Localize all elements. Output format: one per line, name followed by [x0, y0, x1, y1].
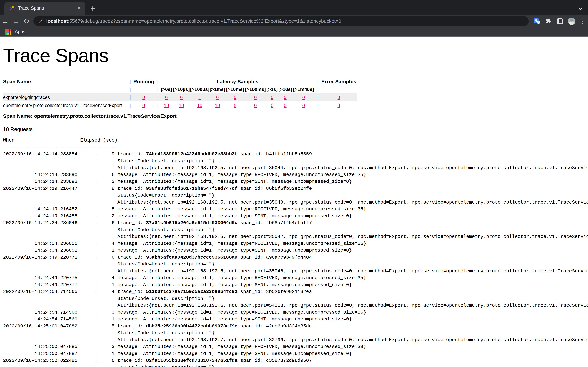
latency-count-link[interactable]: 10 [215, 103, 220, 108]
column-divider: | [127, 78, 133, 85]
bucket-header-row: ||[>0s][>10µs][>100µs][>1ms][>10ms][>100… [3, 85, 357, 93]
latency-bucket-header: [>10s] [278, 85, 292, 93]
bookmark-apps[interactable]: Apps [15, 29, 25, 34]
col-header-running: Running [133, 78, 154, 85]
latency-bucket-header: [>100µs] [190, 85, 210, 93]
count-cell: 10 [160, 101, 173, 109]
count-cell: 10 [173, 101, 190, 109]
apps-grid-square [5, 33, 7, 35]
tab-strip: Trace Spans ✕ + [0, 0, 588, 15]
browser-window: Trace Spans ✕ + ← → ↻ localhost:55679/de… [0, 0, 588, 367]
latency-count-link[interactable]: 0 [271, 103, 273, 108]
count-cell: 1 [190, 93, 210, 101]
trace-id: 513b3f1c276a7159c5a2a33b88b4fc82 [146, 289, 238, 294]
forward-icon[interactable]: → [10, 15, 21, 28]
latency-count-link[interactable]: 0 [284, 103, 286, 108]
latency-count-link[interactable]: 0 [254, 95, 257, 100]
browser-toolbar: ← → ↻ localhost:55679/debug/tracez?zspan… [0, 15, 588, 28]
table-row: exporter/logging/traces|0|001000000|0 [3, 93, 357, 101]
reload-icon[interactable]: ↻ [21, 15, 32, 28]
count-cell: 0 [245, 93, 266, 101]
latency-count-link[interactable]: 0 [216, 95, 219, 100]
span-detail-header: Span Name: opentelemetry.proto.collector… [3, 113, 588, 119]
latency-bucket-header: [>10ms] [225, 85, 245, 93]
new-tab-button[interactable]: + [90, 4, 95, 13]
tab-title: Trace Spans [18, 6, 76, 11]
latency-count-link[interactable]: 0 [234, 95, 236, 100]
latency-count-link[interactable]: 0 [302, 95, 305, 100]
requests-log: When Elapsed (sec) ---------------------… [3, 137, 588, 367]
back-icon[interactable]: ← [0, 15, 10, 28]
column-divider: | [154, 93, 160, 101]
browser-tab[interactable]: Trace Spans ✕ [4, 2, 85, 15]
count-cell: 0 [321, 93, 357, 101]
spacer-cell [3, 85, 127, 93]
apps-grid-square [5, 29, 7, 31]
trace-id: 37a81c9b615b204a6e515df533004d5c [146, 220, 238, 225]
span-name-cell: opentelemetry.proto.collector.trace.v1.T… [3, 101, 127, 109]
tab-close-icon[interactable]: ✕ [76, 5, 82, 11]
table-row: opentelemetry.proto.collector.trace.v1.T… [3, 101, 357, 109]
latency-count-link[interactable]: 10 [164, 103, 169, 108]
span-name-cell: exporter/logging/traces [3, 93, 127, 101]
column-divider: | [315, 93, 321, 101]
table-header-row: Span Name | Running | Latency Samples | … [3, 78, 357, 85]
span-table-body: exporter/logging/traces|0|001000000|0ope… [3, 93, 357, 109]
latency-count-link[interactable]: 0 [302, 103, 305, 108]
count-cell: 10 [210, 101, 225, 109]
span-summary-table: Span Name | Running | Latency Samples | … [3, 78, 357, 109]
apps-grid-icon[interactable] [5, 29, 11, 35]
latency-count-link[interactable]: 0 [284, 95, 286, 100]
column-divider: | [315, 101, 321, 109]
count-cell: 0 [321, 101, 357, 109]
tab-search-chevron-icon[interactable] [578, 6, 583, 13]
latency-count-link[interactable]: 0 [271, 95, 273, 100]
apps-grid-square [8, 31, 9, 33]
column-divider: | [154, 85, 160, 93]
latency-bucket-header: [>100ms] [245, 85, 266, 93]
latency-bucket-header: [>0s] [160, 85, 173, 93]
trace-id: 93abb5afcaa0428d37bccee9366188a9 [146, 255, 238, 260]
running-count-link[interactable]: 0 [142, 103, 145, 108]
trace-id: 936fa38fcfed661712ba547f5ed747cf [146, 186, 238, 191]
col-header-latency-samples: Latency Samples [160, 78, 315, 85]
latency-count-link[interactable]: 10 [197, 103, 202, 108]
error-count-link[interactable]: 0 [337, 95, 340, 100]
profile-avatar[interactable] [568, 17, 575, 25]
count-cell: 10 [190, 101, 210, 109]
latency-count-link[interactable]: 5 [234, 103, 236, 108]
running-count-link[interactable]: 0 [142, 95, 145, 100]
apps-grid-square [9, 33, 11, 35]
latency-bucket-header: [>1m40s] [292, 85, 315, 93]
count-cell: 0 [225, 93, 245, 101]
menu-kebab-icon[interactable] [580, 18, 584, 24]
latency-count-link[interactable]: 0 [254, 103, 257, 108]
apps-grid-square [9, 31, 11, 33]
side-panel-icon[interactable] [557, 18, 563, 24]
col-header-span-name: Span Name [3, 78, 127, 85]
url-path: :55679/debug/tracez?zspanname=openteleme… [68, 18, 341, 24]
latency-count-link[interactable]: 1 [198, 95, 201, 100]
column-divider: | [315, 85, 321, 93]
count-cell: 5 [225, 101, 245, 109]
col-header-error-samples: Error Samples [321, 78, 357, 85]
trace-id: 82fa11055b338efcd733187347651fda [146, 358, 238, 363]
apps-grid-square [9, 29, 11, 31]
error-count-link[interactable]: 0 [337, 103, 340, 108]
page-title: Trace Spans [3, 44, 588, 67]
url-bar[interactable]: localhost:55679/debug/tracez?zspanname=o… [33, 16, 529, 26]
count-cell: 0 [210, 93, 225, 101]
column-divider: | [127, 85, 133, 93]
bookmarks-bar: Apps [0, 28, 588, 37]
requests-count: 10 Requests [3, 126, 588, 133]
column-divider: | [127, 101, 133, 109]
extensions-puzzle-icon[interactable] [545, 18, 552, 25]
latency-count-link[interactable]: 0 [165, 95, 168, 100]
trace-id: dbb35e25936a90b4472cabb89073af9e [146, 324, 238, 329]
latency-count-link[interactable]: 0 [180, 95, 182, 100]
count-cell: 0 [266, 93, 278, 101]
opentelemetry-favicon [9, 5, 14, 11]
toolbar-icons: G 文 [529, 17, 588, 25]
translate-icon[interactable]: G 文 [534, 18, 540, 25]
latency-count-link[interactable]: 10 [179, 103, 184, 108]
